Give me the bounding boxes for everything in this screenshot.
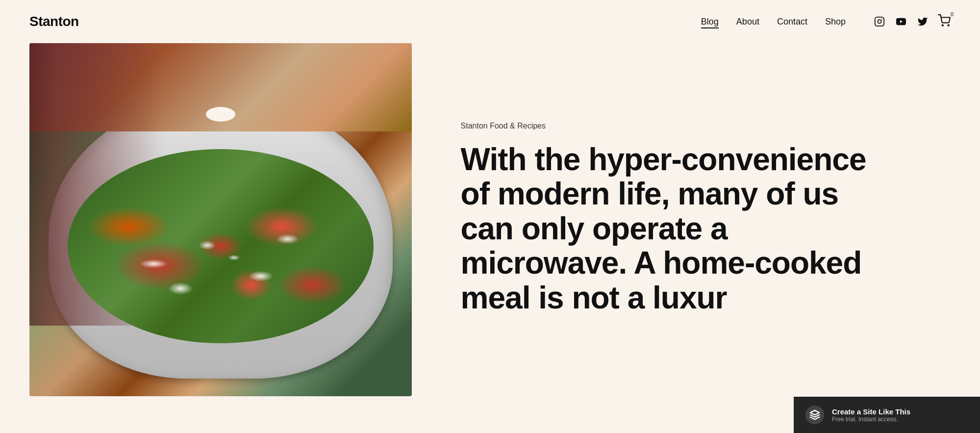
youtube-icon[interactable] xyxy=(895,15,907,28)
squarespace-cta-banner[interactable]: Create a Site Like This Free trial. Inst… xyxy=(794,397,980,433)
banner-text-content: Create a Site Like This Free trial. Inst… xyxy=(832,408,910,423)
site-logo[interactable]: Stanton xyxy=(29,14,79,29)
article-content: Stanton Food & Recipes With the hyper-co… xyxy=(412,43,980,427)
main-content: Stanton Food & Recipes With the hyper-co… xyxy=(0,43,980,427)
twitter-icon[interactable] xyxy=(916,15,929,28)
feta-cheese xyxy=(87,202,354,326)
cart-count: 0 xyxy=(951,11,954,17)
article-hero-image xyxy=(29,43,412,396)
cart-button[interactable]: 0 xyxy=(938,14,951,29)
nav-link-shop[interactable]: Shop xyxy=(825,17,846,27)
nav-link-contact[interactable]: Contact xyxy=(777,17,807,27)
instagram-icon[interactable] xyxy=(873,15,886,28)
article-image-section xyxy=(0,43,412,427)
svg-rect-0 xyxy=(875,17,884,26)
svg-point-3 xyxy=(942,25,943,26)
article-heading: With the hyper-convenience of modern lif… xyxy=(461,142,941,315)
social-icons: 0 xyxy=(873,14,951,29)
svg-point-4 xyxy=(948,25,949,26)
squarespace-logo-icon xyxy=(805,406,824,424)
article-category: Stanton Food & Recipes xyxy=(461,122,941,130)
cart-icon xyxy=(938,14,951,27)
banner-sub-text: Free trial. Instant access. xyxy=(832,416,910,423)
nav-link-blog[interactable]: Blog xyxy=(701,17,719,27)
nav-link-about[interactable]: About xyxy=(736,17,759,27)
main-nav: Blog About Contact Shop xyxy=(701,17,846,27)
site-header: Stanton Blog About Contact Shop xyxy=(0,0,980,43)
banner-main-text: Create a Site Like This xyxy=(832,408,910,416)
